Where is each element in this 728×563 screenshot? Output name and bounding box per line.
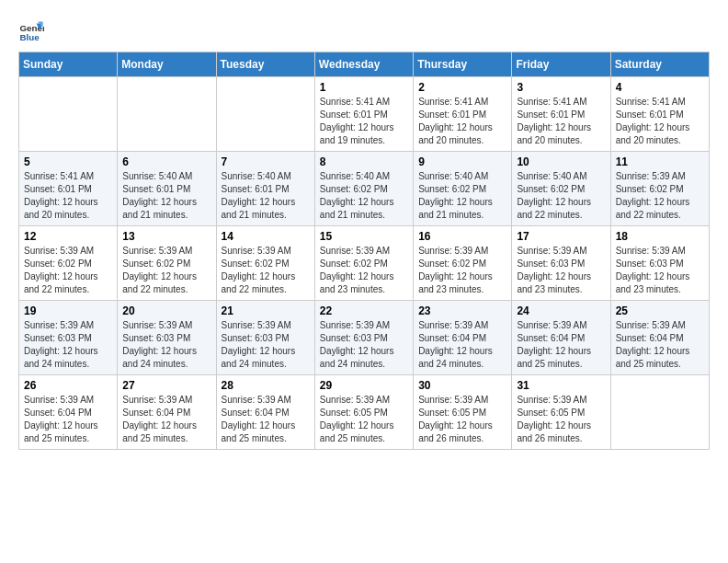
calendar-week-row: 12Sunrise: 5:39 AM Sunset: 6:02 PM Dayli… (19, 226, 710, 301)
day-number: 6 (122, 155, 210, 168)
day-info: Sunrise: 5:40 AM Sunset: 6:01 PM Dayligh… (122, 170, 210, 222)
calendar-cell: 23Sunrise: 5:39 AM Sunset: 6:04 PM Dayli… (414, 301, 512, 375)
calendar-cell: 31Sunrise: 5:39 AM Sunset: 6:05 PM Dayli… (512, 375, 610, 450)
page-header: General Blue (18, 18, 710, 44)
day-info: Sunrise: 5:39 AM Sunset: 6:03 PM Dayligh… (222, 319, 310, 371)
day-number: 7 (222, 155, 310, 168)
day-info: Sunrise: 5:40 AM Sunset: 6:01 PM Dayligh… (222, 170, 310, 222)
calendar-cell: 19Sunrise: 5:39 AM Sunset: 6:03 PM Dayli… (19, 301, 118, 375)
calendar-week-row: 26Sunrise: 5:39 AM Sunset: 6:04 PM Dayli… (19, 375, 710, 450)
calendar-cell: 13Sunrise: 5:39 AM Sunset: 6:02 PM Dayli… (118, 226, 216, 301)
calendar-header: SundayMondayTuesdayWednesdayThursdayFrid… (19, 52, 710, 77)
day-of-week-header: Friday (512, 52, 610, 77)
day-number: 14 (222, 230, 310, 243)
calendar-cell: 26Sunrise: 5:39 AM Sunset: 6:04 PM Dayli… (19, 375, 118, 450)
day-of-week-header: Tuesday (216, 52, 314, 77)
day-number: 19 (24, 304, 112, 317)
calendar-week-row: 5Sunrise: 5:41 AM Sunset: 6:01 PM Daylig… (19, 152, 710, 226)
day-number: 9 (418, 155, 506, 168)
day-number: 1 (320, 81, 408, 94)
day-number: 13 (122, 230, 210, 243)
day-info: Sunrise: 5:41 AM Sunset: 6:01 PM Dayligh… (517, 96, 605, 147)
day-number: 27 (122, 379, 210, 392)
calendar-cell (216, 77, 314, 152)
day-number: 17 (517, 230, 605, 243)
day-info: Sunrise: 5:39 AM Sunset: 6:03 PM Dayligh… (517, 245, 605, 296)
calendar-cell: 2Sunrise: 5:41 AM Sunset: 6:01 PM Daylig… (414, 77, 512, 152)
calendar-cell: 29Sunrise: 5:39 AM Sunset: 6:05 PM Dayli… (314, 375, 413, 450)
calendar-cell: 18Sunrise: 5:39 AM Sunset: 6:03 PM Dayli… (610, 226, 709, 301)
calendar-cell: 10Sunrise: 5:40 AM Sunset: 6:02 PM Dayli… (512, 152, 610, 226)
calendar-cell (610, 375, 709, 450)
day-info: Sunrise: 5:41 AM Sunset: 6:01 PM Dayligh… (24, 170, 112, 222)
calendar-cell: 27Sunrise: 5:39 AM Sunset: 6:04 PM Dayli… (118, 375, 216, 450)
calendar-cell: 25Sunrise: 5:39 AM Sunset: 6:04 PM Dayli… (610, 301, 709, 375)
calendar-cell: 12Sunrise: 5:39 AM Sunset: 6:02 PM Dayli… (19, 226, 118, 301)
calendar-cell: 6Sunrise: 5:40 AM Sunset: 6:01 PM Daylig… (118, 152, 216, 226)
day-number: 22 (320, 304, 408, 317)
calendar-cell: 4Sunrise: 5:41 AM Sunset: 6:01 PM Daylig… (610, 77, 709, 152)
day-info: Sunrise: 5:39 AM Sunset: 6:02 PM Dayligh… (24, 245, 112, 296)
days-of-week-row: SundayMondayTuesdayWednesdayThursdayFrid… (19, 52, 710, 77)
day-info: Sunrise: 5:39 AM Sunset: 6:05 PM Dayligh… (320, 394, 408, 445)
day-number: 12 (24, 230, 112, 243)
logo-icon: General Blue (18, 18, 44, 44)
day-info: Sunrise: 5:39 AM Sunset: 6:02 PM Dayligh… (320, 245, 408, 296)
day-number: 24 (517, 304, 605, 317)
day-info: Sunrise: 5:39 AM Sunset: 6:03 PM Dayligh… (320, 319, 408, 371)
day-info: Sunrise: 5:39 AM Sunset: 6:04 PM Dayligh… (222, 394, 310, 445)
day-info: Sunrise: 5:39 AM Sunset: 6:03 PM Dayligh… (616, 245, 704, 296)
calendar-cell: 30Sunrise: 5:39 AM Sunset: 6:05 PM Dayli… (414, 375, 512, 450)
svg-text:Blue: Blue (19, 32, 40, 42)
day-info: Sunrise: 5:39 AM Sunset: 6:02 PM Dayligh… (616, 170, 704, 222)
day-info: Sunrise: 5:40 AM Sunset: 6:02 PM Dayligh… (517, 170, 605, 222)
calendar-cell: 20Sunrise: 5:39 AM Sunset: 6:03 PM Dayli… (118, 301, 216, 375)
calendar-cell: 24Sunrise: 5:39 AM Sunset: 6:04 PM Dayli… (512, 301, 610, 375)
calendar-cell: 15Sunrise: 5:39 AM Sunset: 6:02 PM Dayli… (314, 226, 413, 301)
day-number: 2 (418, 81, 506, 94)
day-info: Sunrise: 5:40 AM Sunset: 6:02 PM Dayligh… (418, 170, 506, 222)
day-info: Sunrise: 5:39 AM Sunset: 6:04 PM Dayligh… (24, 394, 112, 445)
calendar-cell: 11Sunrise: 5:39 AM Sunset: 6:02 PM Dayli… (610, 152, 709, 226)
calendar-cell: 14Sunrise: 5:39 AM Sunset: 6:02 PM Dayli… (216, 226, 314, 301)
calendar-week-row: 1Sunrise: 5:41 AM Sunset: 6:01 PM Daylig… (19, 77, 710, 152)
calendar-cell: 21Sunrise: 5:39 AM Sunset: 6:03 PM Dayli… (216, 301, 314, 375)
day-info: Sunrise: 5:41 AM Sunset: 6:01 PM Dayligh… (616, 96, 704, 147)
day-number: 21 (222, 304, 310, 317)
day-number: 16 (418, 230, 506, 243)
day-number: 4 (616, 81, 704, 94)
day-info: Sunrise: 5:39 AM Sunset: 6:03 PM Dayligh… (122, 319, 210, 371)
day-info: Sunrise: 5:41 AM Sunset: 6:01 PM Dayligh… (418, 96, 506, 147)
day-number: 20 (122, 304, 210, 317)
day-info: Sunrise: 5:39 AM Sunset: 6:04 PM Dayligh… (616, 319, 704, 371)
day-info: Sunrise: 5:41 AM Sunset: 6:01 PM Dayligh… (320, 96, 408, 147)
day-number: 8 (320, 155, 408, 168)
day-info: Sunrise: 5:39 AM Sunset: 6:04 PM Dayligh… (418, 319, 506, 371)
day-number: 26 (24, 379, 112, 392)
calendar-cell: 5Sunrise: 5:41 AM Sunset: 6:01 PM Daylig… (19, 152, 118, 226)
day-of-week-header: Wednesday (314, 52, 413, 77)
calendar-cell: 3Sunrise: 5:41 AM Sunset: 6:01 PM Daylig… (512, 77, 610, 152)
calendar-cell (19, 77, 118, 152)
calendar-cell: 28Sunrise: 5:39 AM Sunset: 6:04 PM Dayli… (216, 375, 314, 450)
logo: General Blue (18, 18, 44, 44)
day-info: Sunrise: 5:39 AM Sunset: 6:02 PM Dayligh… (418, 245, 506, 296)
calendar-cell: 9Sunrise: 5:40 AM Sunset: 6:02 PM Daylig… (414, 152, 512, 226)
day-number: 11 (616, 155, 704, 168)
day-info: Sunrise: 5:39 AM Sunset: 6:03 PM Dayligh… (24, 319, 112, 371)
day-info: Sunrise: 5:40 AM Sunset: 6:02 PM Dayligh… (320, 170, 408, 222)
day-info: Sunrise: 5:39 AM Sunset: 6:02 PM Dayligh… (122, 245, 210, 296)
day-number: 18 (616, 230, 704, 243)
day-of-week-header: Sunday (19, 52, 118, 77)
day-number: 23 (418, 304, 506, 317)
day-number: 15 (320, 230, 408, 243)
day-info: Sunrise: 5:39 AM Sunset: 6:04 PM Dayligh… (122, 394, 210, 445)
day-of-week-header: Saturday (610, 52, 709, 77)
day-number: 3 (517, 81, 605, 94)
day-of-week-header: Thursday (414, 52, 512, 77)
calendar-cell: 22Sunrise: 5:39 AM Sunset: 6:03 PM Dayli… (314, 301, 413, 375)
calendar-cell: 8Sunrise: 5:40 AM Sunset: 6:02 PM Daylig… (314, 152, 413, 226)
day-number: 29 (320, 379, 408, 392)
calendar-week-row: 19Sunrise: 5:39 AM Sunset: 6:03 PM Dayli… (19, 301, 710, 375)
day-number: 5 (24, 155, 112, 168)
